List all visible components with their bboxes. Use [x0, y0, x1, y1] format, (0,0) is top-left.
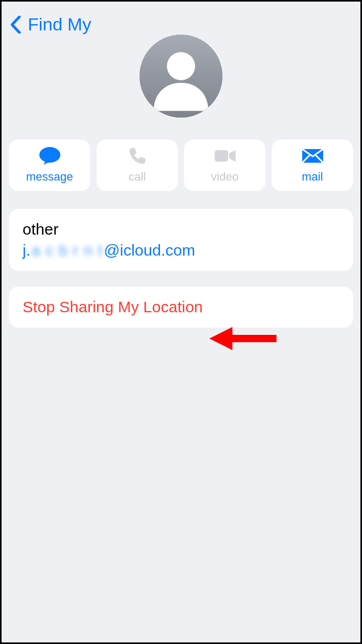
action-row: message call video mail — [2, 140, 360, 191]
call-label: call — [129, 170, 146, 184]
back-button[interactable]: Find My — [10, 14, 91, 35]
mail-icon — [301, 147, 324, 165]
avatar-container — [2, 35, 360, 118]
email-suffix: @icloud.com — [104, 241, 195, 259]
svg-point-1 — [167, 52, 195, 80]
back-label: Find My — [28, 14, 91, 35]
message-icon — [38, 147, 61, 165]
stop-sharing-card[interactable]: Stop Sharing My Location — [9, 287, 353, 328]
message-label: message — [26, 170, 73, 184]
annotation-arrow-icon — [209, 324, 278, 353]
svg-rect-3 — [215, 150, 228, 162]
stop-sharing-button[interactable]: Stop Sharing My Location — [23, 298, 339, 316]
contact-field-label: other — [23, 220, 339, 238]
email-prefix: j. — [23, 241, 30, 259]
call-button[interactable]: call — [97, 140, 178, 191]
phone-icon — [126, 147, 149, 165]
video-label: video — [211, 170, 239, 184]
email-obscured: a c b r n t — [31, 241, 103, 259]
chevron-left-icon — [10, 16, 23, 34]
contact-card[interactable]: other j.a c b r n t@icloud.com — [9, 209, 353, 271]
mail-label: mail — [302, 170, 323, 184]
person-icon — [140, 35, 222, 118]
contact-email[interactable]: j.a c b r n t@icloud.com — [23, 241, 195, 259]
mail-button[interactable]: mail — [272, 140, 353, 191]
avatar — [140, 35, 222, 118]
message-button[interactable]: message — [9, 140, 90, 191]
video-icon — [214, 147, 237, 165]
svg-marker-6 — [209, 327, 232, 350]
svg-point-2 — [39, 147, 60, 163]
video-button[interactable]: video — [184, 140, 265, 191]
